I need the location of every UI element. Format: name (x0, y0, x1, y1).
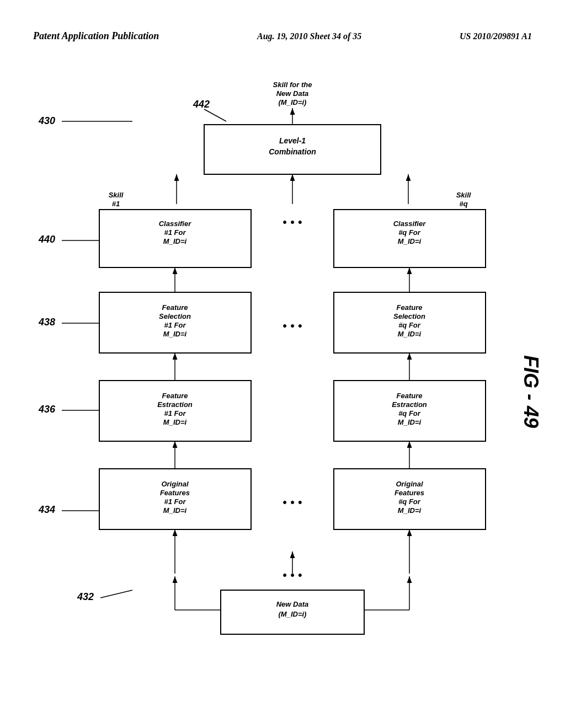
diagram-svg: 430 442 Skill for the New Data (M_ID=i) … (22, 72, 552, 706)
svg-text:430: 430 (38, 115, 55, 126)
header-patent-number: US 2010/209891 A1 (460, 31, 532, 41)
svg-text:Level-1: Level-1 (279, 136, 306, 145)
svg-text:Skill for the: Skill for the (273, 81, 312, 89)
svg-text:Classifier: Classifier (393, 220, 426, 228)
page-header: Patent Application Publication Aug. 19, … (0, 30, 565, 42)
svg-text:(M_ID=i): (M_ID=i) (279, 610, 307, 618)
svg-text:Selection: Selection (159, 312, 191, 320)
svg-text:M_ID=i: M_ID=i (163, 418, 187, 426)
svg-text:Features: Features (395, 489, 424, 497)
svg-text:M_ID=i: M_ID=i (398, 237, 422, 245)
svg-text:Selection: Selection (393, 312, 425, 320)
svg-text:Feature: Feature (397, 303, 423, 312)
svg-text:Estraction: Estraction (157, 400, 193, 409)
svg-text:Features: Features (160, 489, 190, 497)
svg-text:Feature: Feature (397, 392, 423, 400)
svg-line-4 (204, 109, 226, 121)
svg-text:#1 For: #1 For (164, 409, 186, 417)
header-date-sheet: Aug. 19, 2010 Sheet 34 of 35 (257, 31, 361, 41)
svg-text:• • •: • • • (282, 215, 302, 229)
svg-text:Original: Original (396, 480, 423, 488)
svg-text:Feature: Feature (162, 303, 188, 312)
svg-text:New Data: New Data (276, 89, 309, 98)
svg-text:M_ID=i: M_ID=i (163, 237, 187, 245)
svg-text:432: 432 (77, 591, 94, 602)
svg-text:442: 442 (193, 99, 210, 110)
svg-text:#1 For: #1 For (164, 228, 186, 237)
header-publication-type: Patent Application Publication (33, 30, 159, 42)
svg-text:FIG - 49: FIG - 49 (520, 355, 542, 428)
svg-text:M_ID=i: M_ID=i (398, 330, 422, 338)
svg-text:Skill: Skill (109, 191, 124, 199)
svg-text:436: 436 (38, 404, 56, 415)
svg-text:• • •: • • • (282, 495, 302, 509)
svg-text:New Data: New Data (276, 600, 309, 608)
svg-text:Estraction: Estraction (392, 400, 427, 409)
svg-text:438: 438 (38, 317, 55, 328)
svg-text:#q For: #q For (398, 228, 421, 237)
svg-text:#1 For: #1 For (164, 497, 186, 506)
svg-text:Combination: Combination (269, 147, 316, 156)
svg-text:#1 For: #1 For (164, 321, 186, 329)
svg-text:(M_ID=i): (M_ID=i) (279, 98, 307, 106)
svg-line-77 (100, 590, 132, 598)
svg-text:#1: #1 (112, 200, 120, 208)
svg-text:440: 440 (38, 234, 55, 245)
svg-text:Skill: Skill (456, 191, 471, 199)
svg-text:Feature: Feature (162, 392, 188, 400)
svg-text:434: 434 (38, 504, 55, 515)
svg-text:#q For: #q For (398, 409, 421, 417)
svg-text:• • •: • • • (282, 319, 302, 333)
svg-text:#q: #q (459, 200, 467, 208)
svg-text:M_ID=i: M_ID=i (163, 330, 187, 338)
svg-text:#q For: #q For (398, 497, 421, 506)
svg-text:#q For: #q For (398, 321, 421, 329)
svg-text:• • •: • • • (282, 568, 302, 582)
svg-text:Classifier: Classifier (159, 220, 191, 228)
svg-text:M_ID=i: M_ID=i (398, 506, 422, 515)
svg-text:Original: Original (161, 480, 189, 488)
svg-text:M_ID=i: M_ID=i (163, 506, 187, 515)
svg-text:M_ID=i: M_ID=i (398, 418, 422, 426)
